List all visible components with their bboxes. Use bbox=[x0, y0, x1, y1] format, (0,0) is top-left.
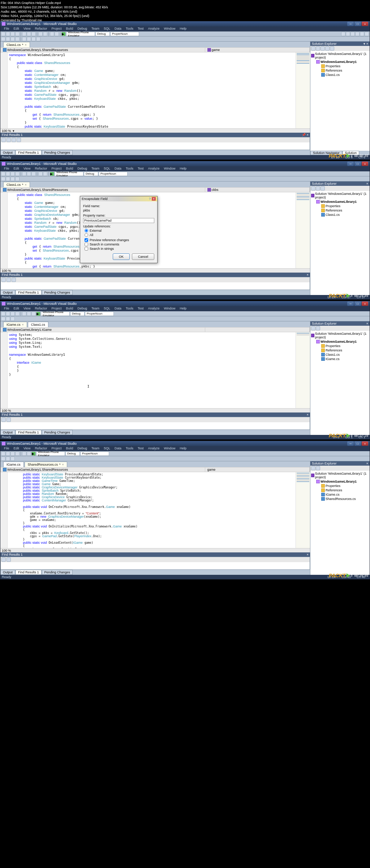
menu-sql[interactable]: SQL bbox=[102, 166, 112, 171]
find-tb-4[interactable] bbox=[17, 138, 21, 142]
close-button[interactable]: × bbox=[362, 441, 368, 446]
tb2-8[interactable] bbox=[36, 37, 40, 41]
breadcrumb-class[interactable]: WindowsGameLibrary1.IGame bbox=[1, 328, 205, 332]
tb-extra-6[interactable] bbox=[365, 32, 369, 36]
breadcrumb-member[interactable]: game bbox=[205, 48, 310, 52]
menu-window[interactable]: Window bbox=[162, 166, 178, 171]
emulator-dropdown[interactable]: Windows Phone Emulator bbox=[55, 172, 83, 176]
menu-tools[interactable]: Tools bbox=[124, 166, 135, 171]
start-debug-button[interactable]: ▶ bbox=[50, 172, 54, 176]
menu-edit[interactable]: Edit bbox=[12, 26, 22, 31]
code-editor[interactable]: using System; using System.Collections.G… bbox=[0, 332, 310, 408]
minimize-button[interactable]: ─ bbox=[347, 302, 354, 306]
menu-test[interactable]: Test bbox=[135, 26, 146, 31]
menu-file[interactable]: File bbox=[2, 166, 12, 171]
btab-output[interactable]: Output bbox=[0, 150, 15, 155]
code-content[interactable]: namespace WindowsGameLibrary1 { public s… bbox=[8, 52, 296, 128]
save-all-button[interactable] bbox=[15, 172, 20, 176]
undo-button[interactable] bbox=[38, 32, 43, 36]
save-button[interactable] bbox=[10, 32, 15, 36]
menu-refactor[interactable]: Refactor bbox=[33, 166, 49, 171]
btab-find[interactable]: Find Results 1 bbox=[16, 150, 42, 155]
copy-button[interactable] bbox=[27, 32, 31, 36]
maximize-button[interactable]: □ bbox=[354, 22, 361, 26]
btab-pending[interactable]: Pending Changes bbox=[42, 290, 73, 295]
minimize-button[interactable]: ─ bbox=[347, 162, 354, 166]
tree-properties[interactable]: Properties bbox=[311, 64, 369, 68]
menu-edit[interactable]: Edit bbox=[12, 166, 22, 171]
code-editor[interactable]: namespace WindowsGameLibrary1 { public s… bbox=[0, 52, 310, 128]
code-editor[interactable]: public static KeyboardState PreviousKeyb… bbox=[0, 472, 310, 548]
tb2-7[interactable] bbox=[31, 37, 36, 41]
copy-button[interactable] bbox=[27, 172, 31, 176]
config-dropdown[interactable]: Debug bbox=[84, 172, 98, 176]
menu-data[interactable]: Data bbox=[112, 26, 124, 31]
property-name-input[interactable] bbox=[83, 218, 154, 223]
tb2-4[interactable] bbox=[15, 177, 20, 181]
btab-find[interactable]: Find Results 1 bbox=[16, 290, 42, 295]
tb-extra-2[interactable] bbox=[346, 32, 350, 36]
save-all-button[interactable] bbox=[15, 32, 20, 36]
tb-extra-3[interactable] bbox=[350, 32, 355, 36]
tab-class1[interactable]: Class1.cs* × bbox=[3, 42, 30, 47]
paste-button[interactable] bbox=[31, 172, 36, 176]
tb2-3[interactable] bbox=[10, 37, 15, 41]
se-tb-1[interactable] bbox=[311, 46, 315, 51]
breadcrumb-class[interactable]: WindowsGameLibrary1.SharedResources bbox=[1, 188, 205, 192]
menu-help[interactable]: Help bbox=[178, 26, 189, 31]
undo-button[interactable] bbox=[38, 172, 43, 176]
tree-class1[interactable]: Class1.cs bbox=[311, 73, 369, 77]
proper-dropdown[interactable]: ProperNoun bbox=[99, 172, 128, 176]
dialog-close-icon[interactable]: × bbox=[152, 197, 156, 201]
tb2-4[interactable] bbox=[15, 37, 20, 41]
find-results-list[interactable] bbox=[1, 142, 310, 150]
find-tb-3[interactable] bbox=[12, 138, 16, 142]
tb2-2[interactable] bbox=[6, 37, 10, 41]
tree-project[interactable]: WindowsGameLibrary1 bbox=[311, 200, 369, 204]
menu-view[interactable]: View bbox=[21, 26, 33, 31]
tab-class1[interactable]: Class1.cs bbox=[28, 322, 48, 327]
tab-class1[interactable]: Class1.cs*× bbox=[3, 182, 30, 187]
start-debug-button[interactable]: ▶ bbox=[61, 32, 66, 36]
tree-references[interactable]: References bbox=[311, 68, 369, 73]
maximize-button[interactable]: □ bbox=[354, 302, 361, 306]
new-project-button[interactable] bbox=[1, 32, 5, 36]
titlebar[interactable]: WindowsGameLibrary1 - Microsoft Visual S… bbox=[0, 161, 370, 166]
tree-properties[interactable]: Properties bbox=[311, 204, 369, 208]
menu-analyze[interactable]: Analyze bbox=[146, 26, 162, 31]
pin-icon[interactable]: 📌 bbox=[302, 133, 306, 137]
minimize-button[interactable]: ─ bbox=[347, 441, 354, 446]
tb-extra-1[interactable] bbox=[341, 32, 345, 36]
menu-test[interactable]: Test bbox=[135, 166, 146, 171]
maximize-button[interactable]: □ bbox=[354, 441, 361, 446]
panel-close-icon[interactable]: × bbox=[366, 42, 368, 46]
tree-class1[interactable]: Class1.cs bbox=[311, 213, 369, 217]
find-tb-1[interactable] bbox=[1, 138, 6, 142]
config-dropdown[interactable]: Debug bbox=[95, 32, 110, 36]
menu-refactor[interactable]: Refactor bbox=[33, 26, 49, 31]
check-strings[interactable] bbox=[85, 247, 88, 251]
solution-tree[interactable]: Solution 'WindowsGameLibrary1' (1 projec… bbox=[310, 51, 370, 151]
close-button[interactable]: × bbox=[362, 22, 368, 26]
open-button[interactable] bbox=[6, 172, 10, 176]
tree-project[interactable]: WindowsGameLibrary1 bbox=[311, 60, 369, 64]
close-button[interactable]: × bbox=[362, 302, 368, 306]
tab-close-icon[interactable]: × bbox=[25, 43, 27, 47]
tree-solution[interactable]: Solution 'WindowsGameLibrary1' (1 projec… bbox=[311, 52, 369, 60]
tb2-1[interactable] bbox=[1, 37, 5, 41]
tab-igame[interactable]: IGame.cs bbox=[3, 462, 24, 467]
tb2-2[interactable] bbox=[6, 177, 10, 181]
cut-button[interactable] bbox=[22, 32, 26, 36]
tree-solution[interactable]: Solution 'WindowsGameLibrary1' (1 projec… bbox=[311, 192, 369, 200]
save-button[interactable] bbox=[10, 172, 15, 176]
tb-extra-5[interactable] bbox=[360, 32, 364, 36]
tb2-5[interactable] bbox=[22, 37, 26, 41]
radio-external[interactable] bbox=[85, 229, 88, 232]
cut-button[interactable] bbox=[22, 172, 26, 176]
menu-file[interactable]: File bbox=[2, 26, 12, 31]
new-project-button[interactable] bbox=[1, 172, 5, 176]
redo-button[interactable] bbox=[43, 32, 47, 36]
tb2-1[interactable] bbox=[1, 177, 5, 181]
check-comments[interactable] bbox=[85, 243, 88, 246]
menu-tools[interactable]: Tools bbox=[124, 26, 135, 31]
